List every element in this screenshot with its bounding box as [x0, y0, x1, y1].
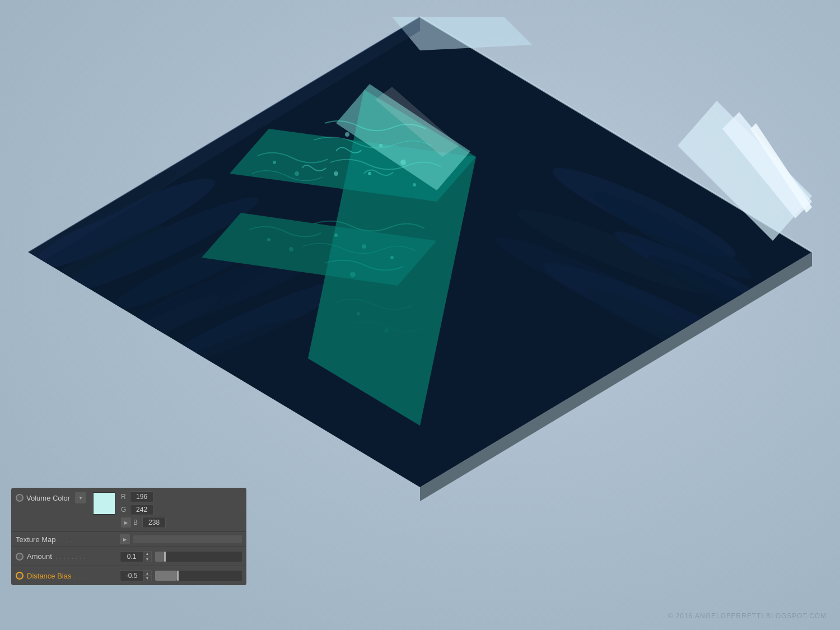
texture-map-slider[interactable] [133, 535, 242, 543]
distance-bias-slider-fill [155, 571, 177, 581]
svg-point-31 [384, 328, 389, 333]
g-input[interactable]: 242 [130, 504, 153, 515]
svg-point-30 [357, 312, 360, 315]
volume-color-label: Volume Color [26, 494, 70, 502]
amount-row: Amount . . . . . . . . 0.1 ▲ ▼ [11, 547, 246, 566]
b-channel-arrow[interactable] [121, 517, 131, 528]
amount-radio[interactable] [16, 553, 24, 561]
volume-color-label-area: Volume Color [16, 491, 86, 503]
amount-label: Amount [27, 552, 52, 561]
copyright-label: © 2016 ANGELOFERRETTI.BLOGSPOT.COM [668, 612, 827, 620]
distance-bias-stepper-up[interactable]: ▲ [143, 571, 151, 576]
svg-point-35 [289, 247, 293, 251]
g-label: G [121, 506, 128, 514]
amount-stepper-down[interactable]: ▼ [143, 557, 151, 562]
distance-bias-label: Distance Bias [27, 572, 71, 580]
g-channel-row: G 242 [121, 504, 242, 515]
svg-point-23 [368, 172, 371, 175]
amount-stepper-up[interactable]: ▲ [143, 552, 151, 557]
b-channel-row: B 238 [121, 517, 242, 528]
color-swatch[interactable] [93, 492, 115, 515]
r-input[interactable]: 196 [130, 491, 153, 502]
svg-point-33 [295, 171, 299, 176]
b-value: 238 [143, 517, 165, 528]
distance-bias-stepper[interactable]: ▲ ▼ [143, 571, 151, 581]
amount-dots: . . . . . . . . [55, 552, 116, 561]
texture-map-arrow-btn[interactable] [120, 534, 130, 544]
property-panel: Volume Color R 196 G 242 B 238 [11, 488, 246, 585]
amount-input[interactable]: 0.1 ▲ ▼ [120, 551, 152, 562]
b-label: B [133, 519, 140, 526]
distance-bias-stepper-down[interactable]: ▼ [143, 576, 151, 581]
r-value: 196 [130, 492, 153, 502]
volume-color-dropdown[interactable] [75, 492, 86, 503]
texture-map-dots: . . . . [58, 535, 116, 544]
svg-point-28 [390, 256, 394, 259]
amount-slider-thumb [164, 552, 166, 562]
svg-point-27 [362, 244, 366, 249]
distance-bias-input[interactable]: -0.5 ▲ ▼ [120, 570, 152, 581]
distance-bias-value: -0.5 [120, 571, 143, 581]
svg-point-25 [413, 183, 416, 186]
svg-point-20 [345, 132, 349, 137]
svg-point-32 [273, 161, 276, 164]
distance-bias-dots: . . . . [74, 572, 116, 580]
b-input[interactable]: 238 [142, 517, 166, 528]
volume-color-row: Volume Color R 196 G 242 B 238 [11, 488, 246, 532]
rgb-section: R 196 G 242 B 238 [121, 491, 242, 528]
texture-map-label-area: Texture Map . . . . [16, 535, 116, 544]
amount-label-area: Amount . . . . . . . . [16, 552, 116, 561]
amount-stepper[interactable]: ▲ ▼ [143, 552, 151, 562]
distance-bias-label-area: Distance Bias . . . . [16, 572, 116, 580]
r-channel-row: R 196 [121, 491, 242, 502]
amount-slider-fill [155, 552, 164, 562]
r-label: R [121, 493, 128, 501]
distance-bias-slider-thumb [177, 571, 179, 581]
svg-point-34 [267, 238, 270, 241]
texture-map-row: Texture Map . . . . [11, 532, 246, 547]
copyright-text: © 2016 ANGELOFERRETTI.BLOGSPOT.COM [668, 612, 827, 620]
svg-point-29 [350, 272, 356, 277]
svg-point-26 [334, 234, 338, 237]
svg-point-24 [334, 171, 338, 176]
volume-color-radio[interactable] [16, 494, 24, 502]
amount-slider[interactable] [155, 552, 242, 562]
svg-point-22 [400, 160, 406, 165]
distance-bias-radio[interactable] [16, 572, 24, 580]
distance-bias-row: Distance Bias . . . . -0.5 ▲ ▼ [11, 566, 246, 585]
amount-value: 0.1 [120, 552, 143, 562]
svg-point-21 [379, 144, 382, 147]
distance-bias-slider[interactable] [155, 571, 242, 581]
texture-map-label: Texture Map [16, 535, 56, 544]
g-value: 242 [130, 505, 153, 515]
